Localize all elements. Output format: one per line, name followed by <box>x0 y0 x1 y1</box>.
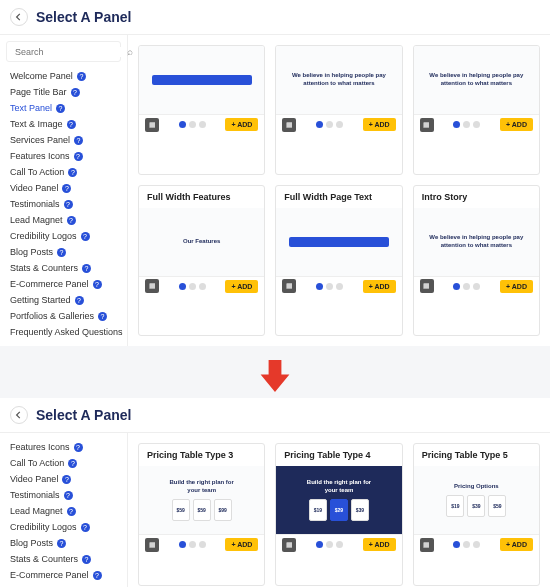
search-box[interactable]: ⌕ <box>6 41 121 62</box>
help-icon[interactable]: ? <box>75 296 84 305</box>
help-icon[interactable]: ? <box>93 280 102 289</box>
help-icon[interactable]: ? <box>74 136 83 145</box>
variant-dots[interactable] <box>179 283 206 290</box>
help-icon[interactable]: ? <box>71 88 80 97</box>
help-icon[interactable]: ? <box>74 443 83 452</box>
preview-icon[interactable]: ▦ <box>282 118 296 132</box>
sidebar-item[interactable]: Features Icons? <box>0 148 127 164</box>
preview-icon[interactable]: ▦ <box>420 538 434 552</box>
help-icon[interactable]: ? <box>68 168 77 177</box>
panel-card[interactable]: We believe in helping people payattentio… <box>413 45 540 175</box>
card-title: Full Width Features <box>139 186 264 208</box>
help-icon[interactable]: ? <box>98 312 107 321</box>
panel-card[interactable]: Full Width Features Our Features ▦ + ADD <box>138 185 265 337</box>
help-icon[interactable]: ? <box>81 523 90 532</box>
help-icon[interactable]: ? <box>62 184 71 193</box>
add-button[interactable]: + ADD <box>363 280 396 293</box>
sidebar-item[interactable]: Credibility Logos? <box>0 228 127 244</box>
help-icon[interactable]: ? <box>77 72 86 81</box>
sidebar-item[interactable]: Video Panel? <box>0 180 127 196</box>
help-icon[interactable]: ? <box>67 507 76 516</box>
help-icon[interactable]: ? <box>64 200 73 209</box>
sidebar-item[interactable]: Portfolios & Galleries? <box>0 308 127 324</box>
preview-icon[interactable]: ▦ <box>145 538 159 552</box>
sidebar-item[interactable]: Services Panel? <box>0 132 127 148</box>
add-button[interactable]: + ADD <box>225 538 258 551</box>
help-icon[interactable]: ? <box>62 475 71 484</box>
back-button[interactable] <box>10 8 28 26</box>
sidebar-item[interactable]: Testimonials? <box>0 487 127 503</box>
variant-dots[interactable] <box>316 121 343 128</box>
card-title: Intro Story <box>414 186 539 208</box>
help-icon[interactable]: ? <box>67 120 76 129</box>
help-icon[interactable]: ? <box>81 232 90 241</box>
panel-card[interactable]: Intro Story We believe in helping people… <box>413 185 540 337</box>
panel-card[interactable]: ▦ + ADD <box>138 45 265 175</box>
sidebar-item[interactable]: Stats & Counters? <box>0 260 127 276</box>
variant-dots[interactable] <box>179 541 206 548</box>
variant-dots[interactable] <box>316 541 343 548</box>
help-icon[interactable]: ? <box>64 491 73 500</box>
panel-card[interactable]: We believe in helping people payattentio… <box>275 45 402 175</box>
sidebar-item[interactable]: Text & Image? <box>0 116 127 132</box>
add-button[interactable]: + ADD <box>225 118 258 131</box>
sidebar-item[interactable]: Video Panel? <box>0 471 127 487</box>
sidebar-item[interactable]: E-Commerce Panel? <box>0 567 127 583</box>
panel-title: Select A Panel <box>36 9 131 25</box>
add-button[interactable]: + ADD <box>500 538 533 551</box>
sidebar-item[interactable]: Call To Action? <box>0 164 127 180</box>
sidebar-item[interactable]: Welcome Panel? <box>0 68 127 84</box>
help-icon[interactable]: ? <box>57 539 66 548</box>
sidebar-item[interactable]: Getting Started? <box>0 292 127 308</box>
sidebar-item[interactable]: Lead Magnet? <box>0 503 127 519</box>
sidebar-item[interactable]: Text Panel? <box>0 100 127 116</box>
preview-icon[interactable]: ▦ <box>145 118 159 132</box>
preview-icon[interactable]: ▦ <box>145 279 159 293</box>
sidebar-item[interactable]: Getting Started? <box>0 583 127 587</box>
add-button[interactable]: + ADD <box>225 280 258 293</box>
add-button[interactable]: + ADD <box>363 538 396 551</box>
search-input[interactable] <box>15 47 127 57</box>
sidebar-item[interactable]: Blog Posts? <box>0 244 127 260</box>
add-button[interactable]: + ADD <box>500 118 533 131</box>
sidebar-item-label: Getting Started <box>10 295 71 305</box>
sidebar-item-label: Page Title Bar <box>10 87 67 97</box>
sidebar-item[interactable]: Lead Magnet? <box>0 212 127 228</box>
sidebar-item[interactable]: Frequently Asked Questions? <box>0 324 127 340</box>
help-icon[interactable]: ? <box>67 216 76 225</box>
variant-dots[interactable] <box>316 283 343 290</box>
help-icon[interactable]: ? <box>68 459 77 468</box>
panel-card[interactable]: Pricing Table Type 5 Pricing Options$19$… <box>413 443 540 586</box>
card-thumbnail: Pricing Options$19$39$59 <box>414 466 539 534</box>
help-icon[interactable]: ? <box>93 571 102 580</box>
preview-icon[interactable]: ▦ <box>282 279 296 293</box>
variant-dots[interactable] <box>453 283 480 290</box>
sidebar-item[interactable]: Credibility Logos? <box>0 519 127 535</box>
sidebar-item[interactable]: E-Commerce Panel? <box>0 276 127 292</box>
panel-card[interactable]: Pricing Table Type 4 Build the right pla… <box>275 443 402 586</box>
help-icon[interactable]: ? <box>56 104 65 113</box>
help-icon[interactable]: ? <box>82 555 91 564</box>
sidebar-item-label: Lead Magnet <box>10 215 63 225</box>
sidebar-item[interactable]: Blog Posts? <box>0 535 127 551</box>
sidebar-item[interactable]: Features Icons? <box>0 439 127 455</box>
preview-icon[interactable]: ▦ <box>282 538 296 552</box>
sidebar-item[interactable]: Stats & Counters? <box>0 551 127 567</box>
sidebar-item[interactable]: Testimonials? <box>0 196 127 212</box>
sidebar-item[interactable]: Call To Action? <box>0 455 127 471</box>
add-button[interactable]: + ADD <box>363 118 396 131</box>
variant-dots[interactable] <box>453 121 480 128</box>
help-icon[interactable]: ? <box>57 248 66 257</box>
add-button[interactable]: + ADD <box>500 280 533 293</box>
help-icon[interactable]: ? <box>82 264 91 273</box>
help-icon[interactable]: ? <box>74 152 83 161</box>
preview-icon[interactable]: ▦ <box>420 118 434 132</box>
down-arrow <box>0 354 550 398</box>
variant-dots[interactable] <box>453 541 480 548</box>
preview-icon[interactable]: ▦ <box>420 279 434 293</box>
panel-card[interactable]: Pricing Table Type 3 Build the right pla… <box>138 443 265 586</box>
panel-card[interactable]: Full Width Page Text ▦ + ADD <box>275 185 402 337</box>
variant-dots[interactable] <box>179 121 206 128</box>
back-button[interactable] <box>10 406 28 424</box>
sidebar-item[interactable]: Page Title Bar? <box>0 84 127 100</box>
